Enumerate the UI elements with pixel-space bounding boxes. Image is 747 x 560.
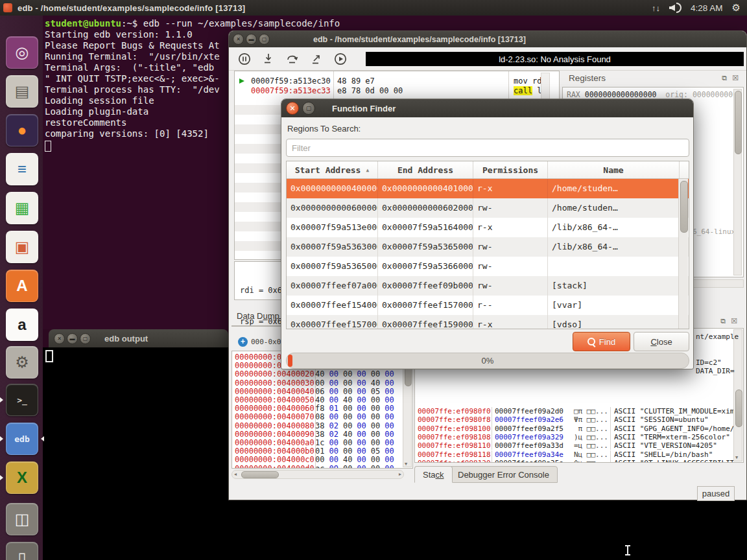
dump-address: 00000000:00400020	[235, 370, 315, 379]
disassembly-row[interactable]: 00007f59:a513ec33e8 78 0d 00 00call ld	[235, 86, 559, 96]
region-row[interactable]: 0x00007ffeef1540000x00007ffeef157000r--[…	[287, 296, 689, 315]
dump-region-tab[interactable]: 000-0x0	[251, 338, 281, 346]
stack-row[interactable]: 00007ffe:ef09811800007ffeef09a34eNц □□..…	[418, 450, 734, 459]
region-row[interactable]: 0x00007f59a513e0000x00007f59a5164000r-x/…	[287, 218, 689, 237]
launcher-item-edb[interactable]: edb	[6, 423, 38, 455]
pause-button[interactable]	[237, 51, 252, 67]
tab-stack[interactable]: Stack	[414, 466, 453, 483]
launcher-item-archive[interactable]: ◫	[6, 503, 38, 535]
close-panel-icon[interactable]: ☒	[732, 74, 739, 82]
region-row[interactable]: 0x00007f59a53650000x00007f59a5366000rw-	[287, 257, 689, 276]
stack-row[interactable]: 00007ffe:ef09810000007ffeef09a2f5 π □□..…	[418, 425, 734, 433]
hex-dump-row[interactable]: 00000000:00400030000000004000	[235, 379, 403, 388]
scroll-left-icon[interactable]: ◂	[234, 471, 237, 477]
terminal-command: edb --run ~/examples/samplecode/info	[137, 18, 340, 29]
scroll-down-icon[interactable]: ▼	[405, 461, 407, 467]
disassembly-row[interactable]: 00007f59:a513ec3048 89 e7mov rdi	[235, 76, 559, 86]
dump-byte: 00	[357, 404, 366, 413]
network-icon[interactable]: ↑↓	[652, 3, 660, 13]
tab-debugger-error-console[interactable]: Debugger Error Console	[449, 466, 558, 483]
close-icon[interactable]: ✕	[54, 333, 65, 344]
region-row[interactable]: 0x00000000006000000x0000000000602000rw-/…	[287, 198, 689, 218]
volume-icon[interactable]	[669, 3, 682, 13]
minimize-icon[interactable]: ▬	[67, 333, 78, 344]
add-dump-tab-button[interactable]: +	[238, 337, 248, 347]
hex-dump-hscrollbar[interactable]: ◂ ▸	[231, 470, 404, 479]
region-row[interactable]: 0x00007ffeef1570000x00007ffeef159000r-x[…	[287, 315, 689, 329]
dialog-titlebar[interactable]: ✕ ▢ Function Finder	[281, 99, 693, 117]
hex-dump-row[interactable]: 00000000:004000c0000040000000	[235, 456, 403, 464]
maximize-icon[interactable]: ▢	[259, 34, 270, 45]
launcher-item-trash[interactable]: ▯	[6, 542, 38, 560]
find-button[interactable]: Find	[573, 332, 630, 351]
launcher-item-libreoffice-impress[interactable]: ▣	[6, 231, 38, 263]
column-header-permissions[interactable]: Permissions	[473, 161, 548, 178]
launcher-item-libreoffice-calc[interactable]: ▦	[6, 192, 38, 224]
gear-icon[interactable]: ⚙	[732, 2, 741, 14]
region-row[interactable]: 0x00007f59a53630000x00007f59a5365000rw-/…	[287, 237, 689, 257]
column-header-end-address[interactable]: End Address	[378, 161, 473, 178]
edb-titlebar[interactable]: ✕ ▬ ▢ edb - /home/student/examples/sampl…	[229, 31, 746, 47]
launcher-item-libreoffice-writer[interactable]: ≡	[6, 153, 38, 185]
scroll-right-icon[interactable]: ▸	[399, 471, 401, 477]
tab-data-dump[interactable]: Data Dump	[231, 311, 285, 327]
launcher-item-firefox[interactable]: ●	[6, 114, 38, 146]
launcher-item-xterm[interactable]: X	[6, 461, 38, 494]
dump-byte: 02	[329, 430, 338, 439]
regions-table[interactable]: Start Address▲End AddressPermissionsName…	[286, 161, 689, 329]
step-into-button[interactable]	[261, 51, 276, 67]
hex-dump-row[interactable]: 00000000:00400040060000000500	[235, 388, 403, 396]
hex-dump-row[interactable]: 00000000:004000d0ac0900000000	[235, 465, 403, 469]
top-panel: edb - /home/student/examples/samplecode/…	[0, 0, 747, 16]
hex-dump-row[interactable]: 00000000:00400020400000000000	[235, 370, 403, 379]
column-header-start-address[interactable]: Start Address▲	[287, 161, 378, 178]
mouse-cursor	[624, 545, 631, 555]
launcher-item-amazon[interactable]: a	[6, 309, 38, 341]
maximize-icon[interactable]: ▢	[80, 333, 91, 344]
close-icon[interactable]: ✕	[286, 102, 299, 115]
step-out-button[interactable]	[309, 51, 324, 67]
hex-dump-row[interactable]: 00000000:00400060f80100000000	[235, 404, 403, 413]
dump-byte: 00	[357, 387, 366, 396]
float-panel-icon[interactable]: ⧉	[720, 317, 726, 325]
step-over-button[interactable]	[285, 51, 300, 67]
table-header[interactable]: Start Address▲End AddressPermissionsName	[287, 161, 689, 179]
maximize-icon[interactable]: ▢	[302, 102, 315, 115]
stack-row[interactable]: 00007ffe:ef09810800007ffeef09a329)ц □□..…	[418, 433, 734, 441]
region-row[interactable]: 0x00000000004000000x0000000000401000r-x/…	[287, 179, 689, 198]
clock[interactable]: 4:28 AM	[691, 3, 723, 13]
hex-dump-row[interactable]: 00000000:00400080380200000000	[235, 422, 403, 430]
close-panel-icon[interactable]: ☒	[731, 317, 737, 325]
stack-scrollbar[interactable]: ▼	[733, 329, 742, 461]
stack-row[interactable]: 00007ffe:ef0980f800007ffeef09a2e6Ψπ □□..…	[418, 415, 734, 424]
edb-output-content-bottom[interactable]	[228, 500, 747, 560]
minimize-icon[interactable]: ▬	[246, 34, 257, 45]
registers-scrollbar[interactable]	[733, 89, 742, 275]
region-start-address: 0x00007f59a5363000	[287, 237, 378, 257]
close-button[interactable]: Close	[634, 332, 689, 351]
launcher-item-ubuntu-software[interactable]: A	[6, 270, 38, 302]
run-button[interactable]	[333, 51, 348, 67]
stack-row[interactable]: 00007ffe:ef09811000007ffeef09a33d=ц □□..…	[418, 441, 734, 450]
scroll-down-icon[interactable]: ▼	[735, 455, 738, 460]
launcher-item-terminal[interactable]: >_	[6, 384, 38, 416]
float-panel-icon[interactable]: ⧉	[722, 74, 727, 82]
stack-row[interactable]: 00007ffe:ef09812000007ffeef09a35e^ц □□..…	[418, 459, 734, 463]
close-icon[interactable]: ✕	[233, 34, 244, 45]
stack-value: 00007ffeef09a329	[492, 433, 574, 441]
launcher-item-system-settings[interactable]: ⚙	[6, 346, 38, 379]
hex-dump-row[interactable]: 00000000:00400090380240000000	[235, 430, 403, 439]
dump-byte: 00	[385, 464, 394, 469]
filter-input[interactable]	[286, 139, 689, 157]
edb-output-titlebar[interactable]: ✕ ▬ ▢ edb output	[49, 329, 228, 347]
hex-dump-row[interactable]: 00000000:00400070080000000000	[235, 413, 403, 421]
stack-row[interactable]: 00007ffe:ef0980f000007ffeef09a2d0□π □□..…	[418, 407, 734, 415]
launcher-item-files[interactable]: ▤	[6, 75, 38, 108]
region-row[interactable]: 0x00007ffeef07a0000x00007ffeef09b000rw-[…	[287, 276, 689, 296]
edb-output-content[interactable]	[43, 347, 228, 560]
table-scrollbar[interactable]	[678, 179, 688, 329]
register-row-rax[interactable]: RAX 0000000000000000 orig: 0000000000000…	[567, 90, 737, 99]
column-header-name[interactable]: Name	[548, 161, 680, 178]
hex-dump-row[interactable]: 00000000:004000b0010000000500	[235, 447, 403, 456]
launcher-item-ubuntu-dash[interactable]: ◎	[6, 36, 38, 69]
